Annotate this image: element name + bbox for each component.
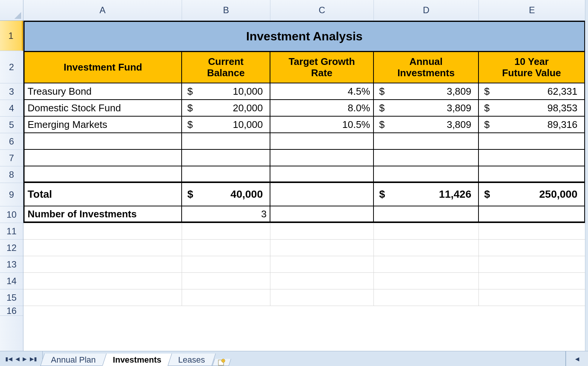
cell-C12[interactable] — [270, 240, 374, 256]
cell-E14[interactable] — [479, 273, 585, 289]
cell-E11[interactable] — [479, 223, 585, 240]
cell-fv-1[interactable]: $ 98,353 — [479, 100, 585, 117]
cell-D10[interactable] — [374, 206, 479, 223]
row-header-12[interactable]: 12 — [0, 240, 23, 256]
select-all-corner[interactable] — [0, 0, 23, 21]
cell-C11[interactable] — [270, 223, 374, 240]
cell-fund-1[interactable]: Domestic Stock Fund — [23, 100, 182, 117]
cell-E8[interactable] — [479, 166, 585, 183]
title-cell[interactable]: Investment Analysis — [23, 21, 585, 51]
cell-C7[interactable] — [270, 150, 374, 166]
row-header-2[interactable]: 2 — [0, 51, 23, 83]
cell-total-label[interactable]: Total — [23, 183, 182, 206]
cell-growth-1[interactable]: 8.0% — [270, 100, 374, 117]
cell-B12[interactable] — [182, 240, 270, 256]
cell-E10[interactable] — [479, 206, 585, 223]
row-header-1[interactable]: 1 — [0, 21, 23, 51]
nav-prev-icon[interactable]: ◀ — [15, 356, 20, 362]
col-header-E[interactable]: E — [479, 0, 585, 20]
cell-D7[interactable] — [374, 150, 479, 166]
cell-total-fv[interactable]: $ 250,000 — [479, 183, 585, 206]
cell-total-annual[interactable]: $ 11,426 — [374, 183, 479, 206]
tab-annual-plan[interactable]: Annual Plan — [40, 354, 106, 366]
header-annual[interactable]: Annual Investments — [374, 51, 479, 83]
cell-D14[interactable] — [374, 273, 479, 289]
cell-E6[interactable] — [479, 133, 585, 150]
row-header-4[interactable]: 4 — [0, 100, 23, 117]
header-fv[interactable]: 10 Year Future Value — [479, 51, 585, 83]
cell-C13[interactable] — [270, 256, 374, 273]
row-header-7[interactable]: 7 — [0, 150, 23, 166]
header-growth[interactable]: Target Growth Rate — [270, 51, 374, 83]
cell-A8[interactable] — [23, 166, 182, 183]
cell-balance-0[interactable]: $ 10,000 — [182, 83, 270, 100]
col-header-B[interactable]: B — [182, 0, 270, 20]
new-sheet-button[interactable] — [212, 359, 231, 366]
cell-C6[interactable] — [270, 133, 374, 150]
cell-C8[interactable] — [270, 166, 374, 183]
cell-A13[interactable] — [23, 256, 182, 273]
cell-growth-0[interactable]: 4.5% — [270, 83, 374, 100]
cell-balance-2[interactable]: $ 10,000 — [182, 117, 270, 133]
cell-D13[interactable] — [374, 256, 479, 273]
row-header-14[interactable]: 14 — [0, 273, 23, 289]
cell-A7[interactable] — [23, 150, 182, 166]
cell-annual-1[interactable]: $ 3,809 — [374, 100, 479, 117]
cell-B11[interactable] — [182, 223, 270, 240]
row-header-11[interactable]: 11 — [0, 223, 23, 240]
cell-total-balance[interactable]: $ 40,000 — [182, 183, 270, 206]
cell-D8[interactable] — [374, 166, 479, 183]
row-header-9[interactable]: 9 — [0, 183, 23, 206]
cell-count-label[interactable]: Number of Investments — [23, 206, 182, 223]
header-fund[interactable]: Investment Fund — [23, 51, 182, 83]
cell-count-value[interactable]: 3 — [182, 206, 270, 223]
cell-B8[interactable] — [182, 166, 270, 183]
row-header-3[interactable]: 3 — [0, 83, 23, 100]
row-header-8[interactable]: 8 — [0, 166, 23, 183]
nav-first-icon[interactable]: ▮◀ — [5, 356, 12, 362]
nav-next-icon[interactable]: ▶ — [23, 356, 27, 362]
col-header-C[interactable]: C — [270, 0, 374, 20]
cell-B7[interactable] — [182, 150, 270, 166]
cell-A11[interactable] — [23, 223, 182, 240]
col-header-D[interactable]: D — [374, 0, 479, 20]
cell-fund-2[interactable]: Emerging Markets — [23, 117, 182, 133]
cell-E7[interactable] — [479, 150, 585, 166]
cell-annual-2[interactable]: $ 3,809 — [374, 117, 479, 133]
cell-C10[interactable] — [270, 206, 374, 223]
row-header-10[interactable]: 10 — [0, 206, 23, 223]
cell-C15[interactable] — [270, 289, 374, 306]
cell-A12[interactable] — [23, 240, 182, 256]
cell-annual-0[interactable]: $ 3,809 — [374, 83, 479, 100]
cell-D6[interactable] — [374, 133, 479, 150]
row-header-13[interactable]: 13 — [0, 256, 23, 273]
cell-fv-0[interactable]: $ 62,331 — [479, 83, 585, 100]
cell-B6[interactable] — [182, 133, 270, 150]
row-header-16[interactable]: 16 — [0, 306, 23, 316]
header-balance[interactable]: Current Balance — [182, 51, 270, 83]
vertical-scrollbar-area[interactable] — [585, 0, 588, 351]
cell-total-growth[interactable] — [270, 183, 374, 206]
cell-fv-2[interactable]: $ 89,316 — [479, 117, 585, 133]
cell-A6[interactable] — [23, 133, 182, 150]
nav-last-icon[interactable]: ▶▮ — [30, 356, 37, 362]
cell-A14[interactable] — [23, 273, 182, 289]
cell-B14[interactable] — [182, 273, 270, 289]
col-header-A[interactable]: A — [23, 0, 182, 20]
cell-A15[interactable] — [23, 289, 182, 306]
cell-balance-1[interactable]: $ 20,000 — [182, 100, 270, 117]
row-header-6[interactable]: 6 — [0, 133, 23, 150]
tab-leases[interactable]: Leases — [168, 354, 216, 366]
cell-E13[interactable] — [479, 256, 585, 273]
tab-investments[interactable]: Investments — [102, 354, 172, 366]
row-header-15[interactable]: 15 — [0, 289, 23, 306]
row-header-5[interactable]: 5 — [0, 117, 23, 133]
cell-D11[interactable] — [374, 223, 479, 240]
cell-D15[interactable] — [374, 289, 479, 306]
cell-fund-0[interactable]: Treasury Bond — [23, 83, 182, 100]
cell-E15[interactable] — [479, 289, 585, 306]
cell-B13[interactable] — [182, 256, 270, 273]
hscroll-left-button[interactable]: ◀ — [565, 351, 588, 366]
cell-D12[interactable] — [374, 240, 479, 256]
cell-C14[interactable] — [270, 273, 374, 289]
